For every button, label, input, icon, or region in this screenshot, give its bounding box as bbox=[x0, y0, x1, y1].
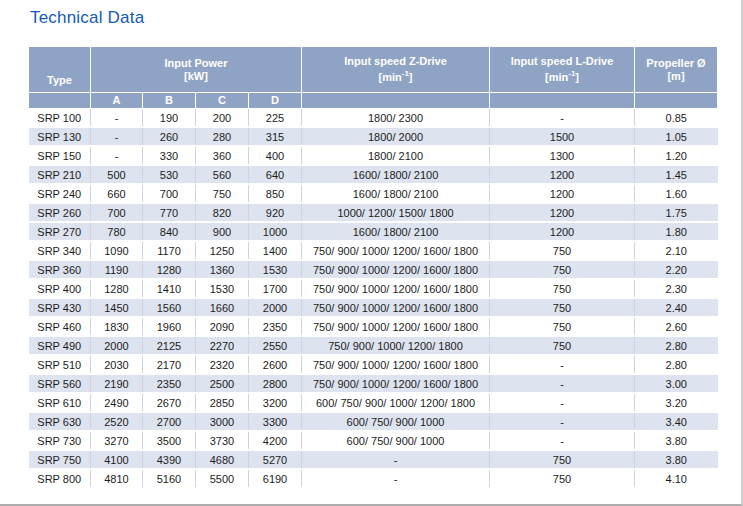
column-header-l-drive: Input speed L-Drive [min-1] bbox=[490, 47, 635, 93]
technical-data-table: Type Input Power [kW] Input speed Z-Driv… bbox=[28, 46, 718, 489]
type-cell: SRP 630 bbox=[29, 412, 91, 431]
propeller-diameter-cell: 3.40 bbox=[635, 412, 718, 431]
z-drive-speed-cell: 750/ 900/ 1000/ 1200/ 1600/ 1800 bbox=[302, 374, 490, 393]
table-row: SRP 750 4100 4390 4680 5270 - 750 3.80 bbox=[29, 450, 718, 469]
propeller-diameter-cell: 2.80 bbox=[635, 336, 718, 355]
type-cell: SRP 100 bbox=[29, 109, 91, 128]
power-d-cell: 2550 bbox=[249, 336, 302, 355]
l-drive-speed-cell: 750 bbox=[490, 260, 635, 279]
l-drive-speed-cell: - bbox=[490, 393, 635, 412]
power-b-cell: 260 bbox=[143, 127, 196, 146]
l-drive-speed-cell: 1200 bbox=[490, 222, 635, 241]
power-a-cell: 3270 bbox=[91, 431, 143, 450]
power-c-cell: 2320 bbox=[196, 355, 249, 374]
power-d-cell: 225 bbox=[249, 109, 302, 128]
power-b-cell: 840 bbox=[143, 222, 196, 241]
power-c-cell: 3730 bbox=[196, 431, 249, 450]
table-row: SRP 130 - 260 280 315 1800/ 2000 1500 1.… bbox=[29, 127, 718, 146]
power-a-cell: 2000 bbox=[91, 336, 143, 355]
power-d-cell: 2800 bbox=[249, 374, 302, 393]
z-drive-speed-cell: 750/ 900/ 1000/ 1200/ 1600/ 1800 bbox=[302, 298, 490, 317]
subheader-empty-propeller bbox=[635, 93, 718, 109]
l-drive-unit: [min-1] bbox=[545, 71, 579, 83]
type-cell: SRP 130 bbox=[29, 127, 91, 146]
l-drive-speed-cell: 750 bbox=[490, 279, 635, 298]
power-a-cell: 4810 bbox=[91, 469, 143, 488]
z-drive-speed-cell: - bbox=[302, 450, 490, 469]
propeller-diameter-cell: 4.10 bbox=[635, 469, 718, 488]
power-d-cell: 1000 bbox=[249, 222, 302, 241]
power-a-cell: - bbox=[91, 109, 143, 128]
column-header-c: C bbox=[196, 93, 249, 109]
power-b-cell: 2170 bbox=[143, 355, 196, 374]
z-drive-speed-cell: 750/ 900/ 1000/ 1200/ 1600/ 1800 bbox=[302, 355, 490, 374]
power-d-cell: 400 bbox=[249, 146, 302, 165]
propeller-diameter-cell: 1.75 bbox=[635, 203, 718, 222]
type-cell: SRP 800 bbox=[29, 469, 91, 488]
propeller-diameter-cell: 2.20 bbox=[635, 260, 718, 279]
power-a-cell: 1280 bbox=[91, 279, 143, 298]
power-d-cell: 6190 bbox=[249, 469, 302, 488]
propeller-diameter-cell: 3.00 bbox=[635, 374, 718, 393]
power-c-cell: 2270 bbox=[196, 336, 249, 355]
type-cell: SRP 240 bbox=[29, 184, 91, 203]
z-drive-speed-cell: 750/ 900/ 1000/ 1200/ 1600/ 1800 bbox=[302, 241, 490, 260]
type-cell: SRP 360 bbox=[29, 260, 91, 279]
z-drive-speed-cell: 600/ 750/ 900/ 1000/ 1200/ 1800 bbox=[302, 393, 490, 412]
table-row: SRP 430 1450 1560 1660 2000 750/ 900/ 10… bbox=[29, 298, 718, 317]
type-cell: SRP 460 bbox=[29, 317, 91, 336]
l-drive-speed-cell: 750 bbox=[490, 336, 635, 355]
table-row: SRP 270 780 840 900 1000 1600/ 1800/ 210… bbox=[29, 222, 718, 241]
z-drive-speed-cell: 750/ 900/ 1000/ 1200/ 1600/ 1800 bbox=[302, 317, 490, 336]
table-row: SRP 100 - 190 200 225 1800/ 2300 - 0.85 bbox=[29, 109, 718, 128]
z-drive-speed-cell: 1600/ 1800/ 2100 bbox=[302, 222, 490, 241]
propeller-diameter-cell: 1.45 bbox=[635, 165, 718, 184]
power-c-cell: 280 bbox=[196, 127, 249, 146]
table-row: SRP 800 4810 5160 5500 6190 - 750 4.10 bbox=[29, 469, 718, 488]
power-c-cell: 2090 bbox=[196, 317, 249, 336]
power-b-cell: 3500 bbox=[143, 431, 196, 450]
column-header-z-drive: Input speed Z-Drive [min-1] bbox=[302, 47, 490, 93]
page: Technical Data Type Input Power [kW] Inp… bbox=[0, 0, 743, 506]
table-row: SRP 340 1090 1170 1250 1400 750/ 900/ 10… bbox=[29, 241, 718, 260]
power-c-cell: 820 bbox=[196, 203, 249, 222]
propeller-diameter-cell: 1.80 bbox=[635, 222, 718, 241]
propeller-diameter-cell: 2.40 bbox=[635, 298, 718, 317]
type-cell: SRP 400 bbox=[29, 279, 91, 298]
power-d-cell: 1400 bbox=[249, 241, 302, 260]
propeller-unit: [m] bbox=[667, 70, 684, 82]
power-c-cell: 1530 bbox=[196, 279, 249, 298]
z-drive-speed-cell: 750/ 900/ 1000/ 1200/ 1600/ 1800 bbox=[302, 279, 490, 298]
input-power-label: Input Power bbox=[165, 57, 228, 69]
type-cell: SRP 210 bbox=[29, 165, 91, 184]
column-header-d: D bbox=[249, 93, 302, 109]
l-drive-speed-cell: 1200 bbox=[490, 203, 635, 222]
power-a-cell: 1090 bbox=[91, 241, 143, 260]
table-row: SRP 240 660 700 750 850 1600/ 1800/ 2100… bbox=[29, 184, 718, 203]
power-d-cell: 2350 bbox=[249, 317, 302, 336]
type-cell: SRP 270 bbox=[29, 222, 91, 241]
propeller-diameter-cell: 1.20 bbox=[635, 146, 718, 165]
type-cell: SRP 560 bbox=[29, 374, 91, 393]
type-cell: SRP 340 bbox=[29, 241, 91, 260]
power-b-cell: 1410 bbox=[143, 279, 196, 298]
column-header-type: Type bbox=[29, 47, 91, 93]
power-d-cell: 1530 bbox=[249, 260, 302, 279]
power-b-cell: 700 bbox=[143, 184, 196, 203]
power-b-cell: 1960 bbox=[143, 317, 196, 336]
power-b-cell: 1560 bbox=[143, 298, 196, 317]
page-title: Technical Data bbox=[30, 8, 144, 28]
propeller-diameter-cell: 2.10 bbox=[635, 241, 718, 260]
table-row: SRP 260 700 770 820 920 1000/ 1200/ 1500… bbox=[29, 203, 718, 222]
power-a-cell: 1190 bbox=[91, 260, 143, 279]
propeller-diameter-cell: 3.80 bbox=[635, 431, 718, 450]
power-b-cell: 770 bbox=[143, 203, 196, 222]
power-c-cell: 3000 bbox=[196, 412, 249, 431]
power-c-cell: 900 bbox=[196, 222, 249, 241]
table-row: SRP 630 2520 2700 3000 3300 600/ 750/ 90… bbox=[29, 412, 718, 431]
table-row: SRP 400 1280 1410 1530 1700 750/ 900/ 10… bbox=[29, 279, 718, 298]
l-drive-label: Input speed L-Drive bbox=[511, 55, 614, 67]
power-c-cell: 200 bbox=[196, 109, 249, 128]
type-cell: SRP 510 bbox=[29, 355, 91, 374]
subheader-empty-z-drive bbox=[302, 93, 490, 109]
